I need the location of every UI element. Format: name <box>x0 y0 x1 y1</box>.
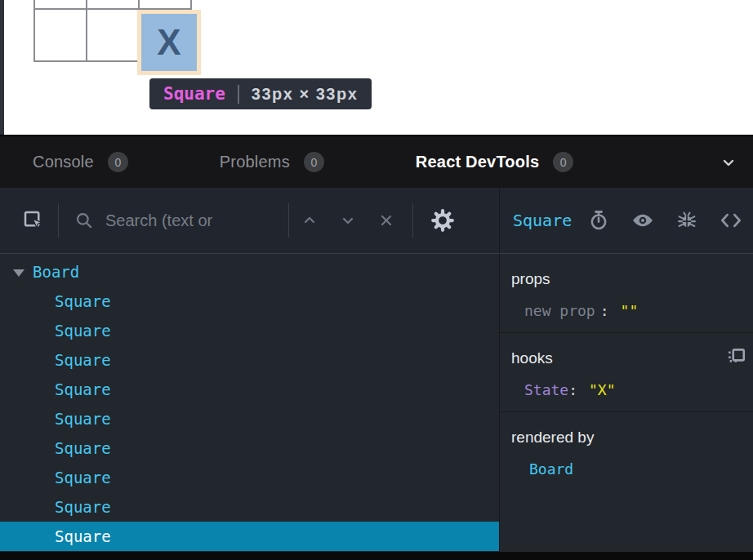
hook-value[interactable]: "X" <box>589 381 616 398</box>
selected-component-name: Square <box>513 211 572 230</box>
tab-problems-badge: 0 <box>304 152 324 172</box>
bug-icon <box>675 209 698 232</box>
chevron-up-icon <box>300 211 319 230</box>
key-value-separator: : <box>600 302 609 319</box>
window-bottom-edge <box>0 552 753 560</box>
tree-item-square[interactable]: Square <box>0 345 499 375</box>
view-source-button[interactable] <box>719 208 743 233</box>
devtools-window: X Square 33px × 33px Console 0 Problems … <box>0 0 753 560</box>
parse-hook-names-button[interactable] <box>725 346 746 367</box>
toolbar-divider <box>412 203 413 238</box>
tooltip-divider <box>238 85 239 104</box>
hook-name: State <box>524 381 568 398</box>
selected-component-header: Square <box>500 188 753 254</box>
component-actions <box>587 208 745 233</box>
rendered-by-title: rendered by <box>511 429 753 447</box>
inspect-element-button[interactable] <box>21 208 46 233</box>
board-cell[interactable] <box>139 0 191 9</box>
rendered-by-row: Board <box>511 460 753 478</box>
tab-console-label: Console <box>33 153 94 171</box>
board-cell[interactable] <box>87 0 139 9</box>
tab-react-devtools-label: React DevTools <box>416 153 539 171</box>
search-icon-wrap <box>74 210 95 231</box>
board-cell[interactable] <box>34 0 87 9</box>
eye-icon <box>630 208 655 233</box>
debug-component-button[interactable] <box>675 209 698 232</box>
chevron-down-icon <box>719 153 738 172</box>
rendered-by-link[interactable]: Board <box>529 460 573 478</box>
element-dimensions-tooltip: Square 33px × 33px <box>149 78 372 109</box>
clear-search-button[interactable] <box>376 211 396 230</box>
hooks-section: hooks State: "X" <box>500 333 753 412</box>
caret-down-icon[interactable] <box>13 269 25 277</box>
toolbar-divider <box>288 203 289 238</box>
tree-item-board[interactable]: Board <box>0 257 499 287</box>
search-input[interactable] <box>105 211 288 230</box>
tree-item-square[interactable]: Square <box>0 433 499 463</box>
tree-item-square[interactable]: Square <box>0 375 499 404</box>
new-prop-row[interactable]: new prop : "" <box>511 302 753 319</box>
next-result-button[interactable] <box>338 211 358 230</box>
drawer-tab-bar: Console 0 Problems 0 React DevTools 0 <box>0 135 753 188</box>
inspect-element-icon <box>21 208 46 233</box>
chevron-down-icon <box>338 211 358 230</box>
hooks-section-title: hooks <box>511 349 753 367</box>
board-cell[interactable] <box>34 9 87 61</box>
tab-problems-label: Problems <box>220 153 290 171</box>
tree-item-square[interactable]: Square <box>0 404 499 433</box>
tab-problems[interactable]: Problems 0 <box>220 152 324 172</box>
toolbar-divider <box>58 203 59 238</box>
tab-react-devtools[interactable]: React DevTools 0 <box>416 152 573 172</box>
inspect-highlight-overlay: X <box>137 10 201 75</box>
settings-button[interactable] <box>430 208 455 233</box>
component-tree: Board SquareSquareSquareSquareSquareSqua… <box>0 254 500 552</box>
key-value-separator: : <box>568 381 577 398</box>
parse-hooks-icon <box>725 346 746 367</box>
new-prop-value-input[interactable]: "" <box>621 302 639 319</box>
new-prop-key-input[interactable]: new prop <box>524 302 595 319</box>
search-icon <box>74 210 95 231</box>
tree-item-square[interactable]: Square <box>0 316 499 345</box>
code-brackets-icon <box>719 208 743 233</box>
tab-react-devtools-badge: 0 <box>553 152 573 172</box>
tree-item-label: Board <box>33 263 79 281</box>
tooltip-component-name: Square <box>163 84 225 104</box>
rendered-by-section: rendered by Board <box>500 412 753 491</box>
collapse-drawer-button[interactable] <box>719 153 738 172</box>
gear-icon <box>430 208 455 233</box>
tree-item-square[interactable]: Square <box>0 522 499 551</box>
component-details-panel: props new prop : "" hooks State: "X <box>500 254 753 552</box>
inspected-page-area: X Square 33px × 33px <box>0 0 753 135</box>
board-cell-mark: X <box>141 14 197 71</box>
tree-item-square[interactable]: Square <box>0 492 499 522</box>
board-cell[interactable] <box>87 9 139 61</box>
tab-console-badge: 0 <box>108 152 128 172</box>
react-devtools-content: Board SquareSquareSquareSquareSquareSqua… <box>0 254 753 552</box>
previous-result-button[interactable] <box>300 211 319 230</box>
tree-toolbar <box>0 188 500 254</box>
log-timing-button[interactable] <box>587 209 610 232</box>
close-icon <box>376 211 396 230</box>
hook-state-row[interactable]: State: "X" <box>511 381 753 398</box>
inspect-dom-button[interactable] <box>630 208 655 233</box>
props-section: props new prop : "" <box>500 254 753 333</box>
devtools-toolbar: Square <box>0 188 753 254</box>
component-tree-children: SquareSquareSquareSquareSquareSquareSqua… <box>0 287 499 551</box>
stopwatch-icon <box>587 209 610 232</box>
tooltip-dimensions: 33px × 33px <box>252 85 358 104</box>
tree-item-square[interactable]: Square <box>0 463 499 492</box>
props-section-title: props <box>511 270 753 288</box>
window-edge <box>0 0 4 135</box>
tab-console[interactable]: Console 0 <box>33 152 128 172</box>
tree-item-square[interactable]: Square <box>0 287 499 316</box>
